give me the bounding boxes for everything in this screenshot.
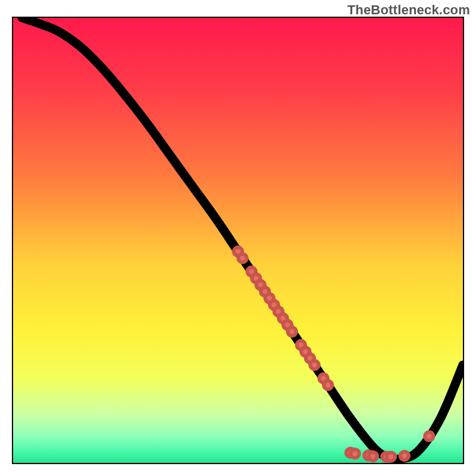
data-point xyxy=(324,381,332,389)
data-point xyxy=(310,361,318,369)
scatter-points xyxy=(234,248,434,461)
bottleneck-curve xyxy=(22,18,463,459)
chart-canvas: TheBottleneck.com xyxy=(0,0,476,476)
data-point xyxy=(350,449,359,458)
data-point xyxy=(425,432,433,440)
watermark-text: TheBottleneck.com xyxy=(347,2,470,18)
plot-frame xyxy=(12,17,464,464)
data-point xyxy=(400,452,409,460)
data-point xyxy=(369,452,377,461)
data-point xyxy=(387,452,395,461)
data-point xyxy=(288,327,296,336)
chart-overlay xyxy=(13,18,463,463)
data-point xyxy=(238,254,246,262)
